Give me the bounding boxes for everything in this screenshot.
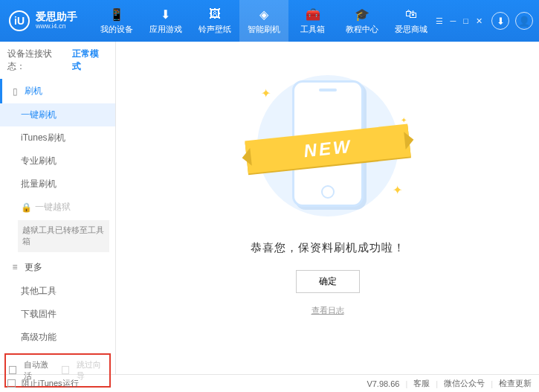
logo-area: iU 爱思助手 www.i4.cn bbox=[9, 10, 92, 31]
sparkle-icon: ✦ bbox=[261, 86, 271, 100]
header-right: ☰ ─ □ ✕ ⬇ 👤 bbox=[436, 12, 533, 30]
apps-icon: ⬇ bbox=[158, 7, 173, 22]
minimize-icon[interactable]: ─ bbox=[451, 16, 456, 26]
lock-icon: 🔒 bbox=[21, 202, 32, 213]
download-button[interactable]: ⬇ bbox=[491, 12, 509, 30]
view-log-link[interactable]: 查看日志 bbox=[312, 305, 344, 316]
window-controls: ☰ ─ □ ✕ bbox=[436, 16, 482, 26]
check-update-link[interactable]: 检查更新 bbox=[499, 378, 532, 389]
version-label: V7.98.66 bbox=[367, 379, 399, 388]
sidebar-batch-flash[interactable]: 批量刷机 bbox=[0, 173, 115, 196]
block-itunes-checkbox[interactable] bbox=[7, 379, 16, 388]
menu-icon[interactable]: ☰ bbox=[436, 16, 443, 26]
sidebar-download-firmware[interactable]: 下载固件 bbox=[0, 303, 115, 326]
sidebar-pro-flash[interactable]: 专业刷机 bbox=[0, 150, 115, 173]
sidebar-one-click-flash[interactable]: 一键刷机 bbox=[0, 103, 115, 126]
nav-my-device[interactable]: 📱我的设备 bbox=[92, 0, 141, 42]
nav-flash[interactable]: ◈智能刷机 bbox=[239, 0, 288, 42]
section-flash[interactable]: ▯刷机 bbox=[0, 79, 115, 103]
wechat-link[interactable]: 微信公众号 bbox=[444, 378, 485, 389]
main-content: NEW ✦ ✦ ✦ 恭喜您，保资料刷机成功啦！ 确定 查看日志 bbox=[116, 42, 539, 374]
connection-status: 设备连接状态： 正常模式 bbox=[0, 42, 115, 79]
sparkle-icon: ✦ bbox=[393, 183, 402, 197]
nav-apps[interactable]: ⬇应用游戏 bbox=[141, 0, 190, 42]
close-icon[interactable]: ✕ bbox=[476, 16, 482, 26]
ok-button[interactable]: 确定 bbox=[296, 270, 360, 293]
nav-tutorials[interactable]: 🎓教程中心 bbox=[338, 0, 387, 42]
maximize-icon[interactable]: □ bbox=[463, 16, 468, 26]
toolbox-icon: 🧰 bbox=[306, 7, 320, 22]
app-header: iU 爱思助手 www.i4.cn 📱我的设备 ⬇应用游戏 🖼铃声壁纸 ◈智能刷… bbox=[0, 0, 539, 42]
app-website: www.i4.cn bbox=[36, 23, 77, 30]
logo-icon: iU bbox=[9, 10, 30, 31]
auto-activate-checkbox[interactable] bbox=[9, 366, 16, 374]
section-more[interactable]: ≡更多 bbox=[0, 255, 115, 280]
status-value: 正常模式 bbox=[72, 48, 108, 73]
sidebar-itunes-flash[interactable]: iTunes刷机 bbox=[0, 126, 115, 150]
support-link[interactable]: 客服 bbox=[413, 378, 430, 389]
shop-icon: 🛍 bbox=[404, 7, 419, 22]
skip-guide-label: 跳过向导 bbox=[77, 359, 106, 382]
nav-toolbox[interactable]: 🧰工具箱 bbox=[288, 0, 338, 42]
jailbreak-moved-note: 越狱工具已转移至工具箱 bbox=[18, 220, 109, 252]
user-button[interactable]: 👤 bbox=[515, 12, 533, 30]
top-nav: 📱我的设备 ⬇应用游戏 🖼铃声壁纸 ◈智能刷机 🧰工具箱 🎓教程中心 🛍爱思商城 bbox=[92, 0, 436, 42]
list-icon: ≡ bbox=[10, 262, 20, 272]
sidebar-jailbreak: 🔒一键越狱 bbox=[0, 196, 115, 219]
tutorial-icon: 🎓 bbox=[355, 7, 369, 22]
nav-shop[interactable]: 🛍爱思商城 bbox=[387, 0, 436, 42]
sidebar-other-tools[interactable]: 其他工具 bbox=[0, 280, 115, 303]
phone-icon: 📱 bbox=[109, 7, 124, 22]
block-itunes-label: 阻止iTunes运行 bbox=[22, 378, 79, 389]
success-illustration: NEW ✦ ✦ ✦ bbox=[254, 71, 402, 220]
sidebar-advanced[interactable]: 高级功能 bbox=[0, 326, 115, 349]
skip-guide-checkbox[interactable] bbox=[62, 366, 69, 374]
phone-small-icon: ▯ bbox=[10, 86, 20, 97]
app-name: 爱思助手 bbox=[36, 11, 77, 22]
nav-ringtones[interactable]: 🖼铃声壁纸 bbox=[190, 0, 239, 42]
success-message: 恭喜您，保资料刷机成功啦！ bbox=[251, 241, 405, 255]
sidebar: 设备连接状态： 正常模式 ▯刷机 一键刷机 iTunes刷机 专业刷机 批量刷机… bbox=[0, 42, 116, 374]
flash-icon: ◈ bbox=[256, 7, 271, 22]
sparkle-icon: ✦ bbox=[401, 116, 407, 124]
wallpaper-icon: 🖼 bbox=[207, 7, 222, 22]
